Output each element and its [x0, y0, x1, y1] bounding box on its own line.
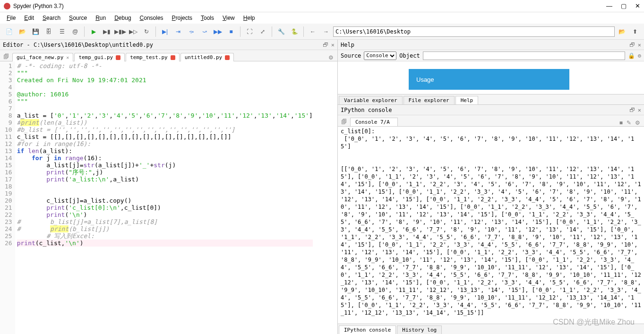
tab-list-icon[interactable]: 🗐 [340, 118, 348, 126]
close-pane-icon[interactable]: ✕ [638, 107, 641, 113]
menu-help[interactable]: Help [240, 14, 259, 22]
separator [240, 26, 240, 37]
help-tab[interactable]: Help [455, 96, 479, 104]
fullscreen-icon[interactable]: ⤢ [257, 26, 269, 38]
line-numbers: 1 2 3 4 5 6 7 8 9 10 11 12 13 14 15 16 1… [0, 61, 15, 334]
window-close[interactable]: ✕ [635, 2, 640, 9]
edit-icon[interactable]: ✎ [627, 120, 631, 126]
debug-over-icon[interactable]: ⤼ [185, 26, 197, 38]
tab-label: untitled0.py [185, 54, 222, 60]
object-label: Object [399, 52, 420, 59]
separator [155, 26, 156, 37]
pythonpath-icon[interactable]: 🐍 [288, 26, 301, 38]
console-header: IPython console 🗗 ✕ [338, 105, 644, 115]
help-tab[interactable]: Variable explorer [339, 96, 403, 104]
console-bottom-tab[interactable]: History log [397, 325, 442, 334]
rerun-icon[interactable]: ↻ [140, 26, 153, 38]
run-cell-advance-icon[interactable]: ▶▮▶ [114, 26, 126, 38]
preferences-icon[interactable]: 🔧 [275, 26, 287, 38]
editor-tab[interactable]: gui_face_new.py✕ [12, 53, 73, 61]
editor-tab[interactable]: temp_gui.py [74, 53, 125, 61]
separator [303, 26, 304, 37]
console-tab-label: Console 7/A [355, 119, 390, 125]
open-file-icon[interactable]: 📂 [16, 26, 28, 38]
help-tab[interactable]: File explorer [404, 96, 455, 104]
debug-continue-icon[interactable]: ▶▶ [212, 26, 224, 38]
close-tab-icon[interactable] [225, 55, 230, 60]
window-maximize[interactable]: ▢ [621, 2, 627, 9]
debug-out-icon[interactable]: ⤻ [198, 26, 211, 38]
spyder-icon [4, 3, 10, 9]
console-tab[interactable]: Console 7/A [350, 118, 398, 126]
undock-icon[interactable]: 🗗 [629, 42, 635, 48]
window-minimize[interactable]: — [606, 2, 612, 9]
separator [272, 26, 272, 37]
debug-stop-icon[interactable]: ■ [225, 26, 237, 38]
console-header-title: IPython console [341, 107, 629, 113]
editor-pane: Editor - C:\Users\16016\Desktop\untitled… [0, 40, 338, 334]
close-pane-icon[interactable]: ✕ [331, 42, 335, 48]
close-tab-icon[interactable] [171, 55, 175, 60]
menu-file[interactable]: File [3, 14, 19, 22]
code-editor[interactable]: 1 2 3 4 5 6 7 8 9 10 11 12 13 14 15 16 1… [0, 61, 337, 334]
lock-icon[interactable]: 🔒 [628, 52, 635, 59]
source-label: Source [341, 52, 361, 59]
menu-search[interactable]: Search [39, 14, 64, 22]
console-tabs: 🗐 Console 7/A ■ ✎ ⚙ [338, 115, 644, 127]
maximize-pane-icon[interactable]: ⛶ [243, 26, 256, 38]
menu-run[interactable]: Run [92, 14, 110, 22]
object-input[interactable] [423, 51, 625, 60]
undock-icon[interactable]: 🗗 [323, 42, 328, 48]
editor-options-icon[interactable]: ⚙ [328, 54, 335, 61]
debug-step-icon[interactable]: ▶| [159, 26, 171, 38]
help-body: Usage [338, 61, 644, 94]
tab-label: temp_test.py [130, 54, 167, 60]
window-title: Spyder (Python 3.7) [13, 3, 606, 9]
tab-list-icon[interactable]: 🗐 [2, 52, 10, 61]
console-bottom-tab[interactable]: IPython console [339, 325, 396, 334]
nav-forward-icon[interactable]: → [320, 26, 332, 38]
editor-header: Editor - C:\Users\16016\Desktop\untitled… [0, 40, 337, 50]
run-cell-icon[interactable]: ▶▮ [101, 26, 113, 38]
console-output[interactable]: c_list[0]: ['0_0', '1', '2', '3', '4', '… [338, 127, 644, 324]
nav-back-icon[interactable]: ← [307, 26, 319, 38]
parent-dir-icon[interactable]: ⬆ [629, 26, 641, 38]
menu-debug[interactable]: Debug [111, 14, 135, 22]
code-content[interactable]: # -*- coding: utf-8 -*- """ Created on F… [15, 61, 315, 334]
stop-kernel-icon[interactable]: ■ [619, 120, 623, 126]
run-selection-icon[interactable]: ▶▷ [127, 26, 139, 38]
gear-icon[interactable]: ⚙ [638, 52, 641, 59]
menu-bar: FileEditSearchSourceRunDebugConsolesProj… [0, 12, 644, 24]
menu-projects[interactable]: Projects [168, 14, 196, 22]
separator [84, 26, 85, 37]
run-icon[interactable]: ▶ [87, 26, 100, 38]
gear-icon[interactable]: ⚙ [635, 120, 640, 126]
help-toolbar: Source Console Object 🔒 ⚙ [338, 50, 644, 61]
tab-label: temp_gui.py [78, 54, 113, 60]
tab-label: gui_face_new.py [17, 54, 63, 60]
editor-tab[interactable]: untitled0.py [180, 53, 234, 61]
debug-into-icon[interactable]: ⇥ [172, 26, 184, 38]
editor-tab[interactable]: temp_test.py [126, 53, 179, 61]
menu-view[interactable]: View [219, 14, 239, 22]
menu-source[interactable]: Source [65, 14, 91, 22]
list-icon[interactable]: ☰ [56, 26, 68, 38]
help-header-title: Help [341, 42, 629, 48]
at-icon[interactable]: @ [69, 26, 81, 38]
browse-dir-icon[interactable]: 📂 [616, 26, 628, 38]
save-all-icon[interactable]: 🗄 [43, 26, 55, 38]
working-dir-input[interactable] [333, 26, 615, 37]
editor-tabs: 🗐 gui_face_new.py✕temp_gui.pytemp_test.p… [0, 50, 337, 61]
source-select[interactable]: Console [364, 51, 396, 60]
close-tab-icon[interactable]: ✕ [66, 55, 69, 60]
new-file-icon[interactable]: 📄 [3, 26, 15, 38]
menu-consoles[interactable]: Consoles [136, 14, 167, 22]
workspace: Editor - C:\Users\16016\Desktop\untitled… [0, 40, 644, 334]
undock-icon[interactable]: 🗗 [629, 107, 635, 113]
close-pane-icon[interactable]: ✕ [638, 42, 641, 48]
menu-tools[interactable]: Tools [197, 14, 218, 22]
close-tab-icon[interactable] [116, 55, 120, 60]
save-icon[interactable]: 💾 [29, 26, 42, 38]
menu-edit[interactable]: Edit [20, 14, 38, 22]
title-bar: Spyder (Python 3.7) — ▢ ✕ [0, 0, 644, 12]
